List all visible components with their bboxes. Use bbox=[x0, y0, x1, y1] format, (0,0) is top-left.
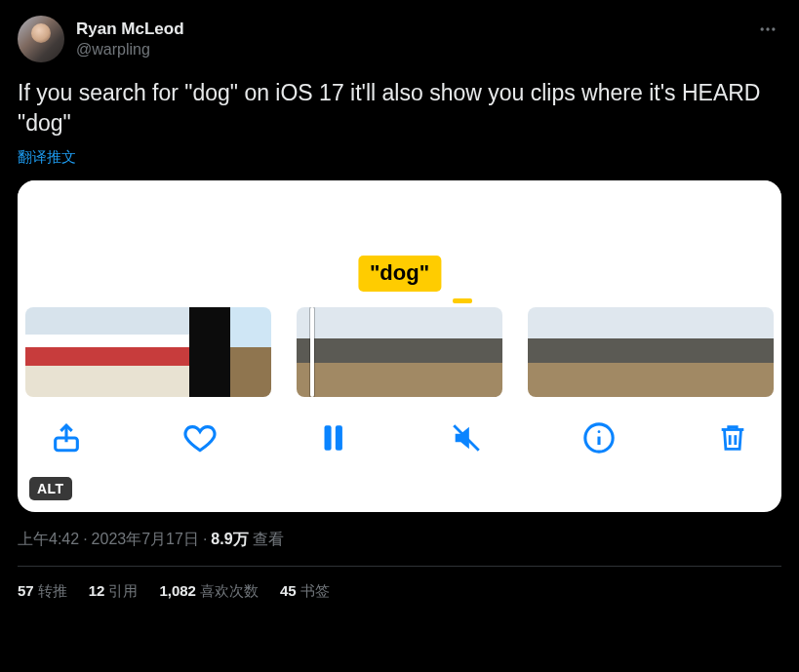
clip-frame bbox=[733, 307, 774, 397]
info-icon[interactable] bbox=[579, 418, 619, 457]
handle[interactable]: @warpling bbox=[76, 40, 184, 59]
bookmarks-stat[interactable]: 45书签 bbox=[280, 582, 330, 601]
clip-frame bbox=[148, 307, 189, 397]
svg-point-0 bbox=[761, 27, 764, 30]
video-timeline[interactable] bbox=[18, 307, 781, 397]
stats-row: 57转推 12引用 1,082喜欢次数 45书签 bbox=[18, 582, 781, 601]
clip-group[interactable] bbox=[25, 307, 271, 397]
mute-icon[interactable] bbox=[447, 418, 486, 457]
alt-badge[interactable]: ALT bbox=[29, 477, 72, 500]
divider bbox=[18, 566, 781, 567]
tweet-meta: 上午4:42·2023年7月17日·8.9万 查看 bbox=[18, 530, 781, 550]
tweet-container: Ryan McLeod @warpling If you search for … bbox=[0, 0, 799, 613]
bookmarks-count: 45 bbox=[280, 582, 297, 599]
clip-frame bbox=[461, 307, 502, 397]
quotes-count: 12 bbox=[89, 582, 105, 599]
likes-stat[interactable]: 1,082喜欢次数 bbox=[159, 582, 259, 601]
retweets-count: 57 bbox=[18, 582, 34, 599]
clip-frame bbox=[338, 307, 379, 397]
author-names: Ryan McLeod @warpling bbox=[76, 19, 184, 59]
clip-group[interactable] bbox=[528, 307, 774, 397]
svg-point-9 bbox=[598, 430, 601, 433]
clip-frame bbox=[692, 307, 733, 397]
quotes-stat[interactable]: 12引用 bbox=[89, 582, 139, 601]
media-preview-area: "dog" bbox=[18, 180, 781, 307]
playhead-tick bbox=[453, 298, 472, 303]
clip-frame bbox=[297, 307, 338, 397]
retweets-stat[interactable]: 57转推 bbox=[18, 582, 67, 601]
media-card[interactable]: "dog" bbox=[18, 180, 781, 512]
clip-frame bbox=[420, 307, 461, 397]
likes-label: 喜欢次数 bbox=[200, 582, 259, 599]
clip-frame bbox=[25, 307, 66, 397]
media-toolbar bbox=[18, 397, 781, 467]
clip-frame bbox=[651, 307, 692, 397]
views-count[interactable]: 8.9万 bbox=[211, 531, 248, 547]
clip-frame bbox=[230, 307, 271, 397]
clip-frame bbox=[569, 307, 610, 397]
clip-frame bbox=[107, 307, 148, 397]
clip-group[interactable] bbox=[297, 307, 501, 397]
trash-icon[interactable] bbox=[713, 418, 752, 457]
tweet-date[interactable]: 2023年7月17日 bbox=[92, 531, 199, 547]
tweet-header: Ryan McLeod @warpling bbox=[18, 16, 781, 62]
clip-frame bbox=[189, 307, 230, 397]
more-icon[interactable] bbox=[754, 16, 781, 47]
author-block[interactable]: Ryan McLeod @warpling bbox=[18, 16, 184, 62]
tweet-time[interactable]: 上午4:42 bbox=[18, 531, 79, 547]
quotes-label: 引用 bbox=[108, 582, 138, 599]
likes-count: 1,082 bbox=[159, 582, 196, 599]
svg-point-2 bbox=[772, 27, 775, 30]
clip-frame bbox=[528, 307, 569, 397]
clip-frame bbox=[66, 307, 107, 397]
display-name[interactable]: Ryan McLeod bbox=[76, 19, 184, 39]
svg-point-1 bbox=[766, 27, 769, 30]
pause-icon[interactable] bbox=[313, 418, 352, 457]
translate-link[interactable]: 翻译推文 bbox=[18, 148, 76, 167]
bookmarks-label: 书签 bbox=[300, 582, 330, 599]
tweet-text: If you search for "dog" on iOS 17 it'll … bbox=[18, 78, 781, 138]
views-label: 查看 bbox=[253, 531, 284, 547]
svg-rect-5 bbox=[336, 425, 342, 451]
clip-frame bbox=[610, 307, 651, 397]
retweets-label: 转推 bbox=[38, 582, 67, 599]
clip-frame bbox=[379, 307, 419, 397]
avatar[interactable] bbox=[18, 16, 64, 62]
heart-icon[interactable] bbox=[180, 418, 220, 457]
share-icon[interactable] bbox=[47, 418, 86, 457]
search-keyword-pill: "dog" bbox=[358, 256, 441, 292]
svg-rect-4 bbox=[325, 425, 332, 451]
